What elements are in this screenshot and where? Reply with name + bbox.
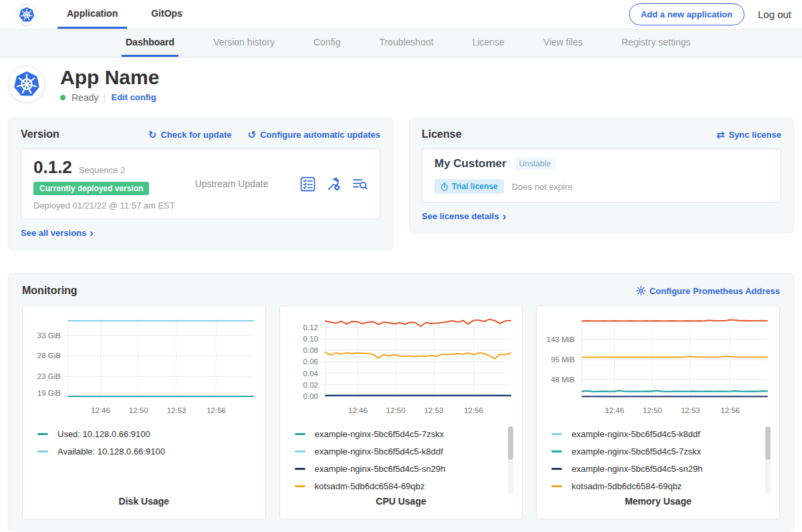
subnav-view-files[interactable]: View files xyxy=(539,29,587,57)
subnav-registry-settings[interactable]: Registry settings xyxy=(618,29,694,57)
legend-color-dash xyxy=(295,450,305,452)
legend-color-dash xyxy=(295,433,305,435)
disk-usage-legend: Used: 10.128.0.66:9100Available: 10.128.… xyxy=(29,421,259,493)
svg-text:143 MiB: 143 MiB xyxy=(547,336,575,344)
license-expiry: Does not expire xyxy=(512,182,573,192)
subnav-dashboard-label: Dashboard xyxy=(126,37,174,47)
license-details-panel: My Customer Unstable Trial license Does … xyxy=(422,148,781,203)
configure-automatic-updates-link[interactable]: ↺ Configure automatic updates xyxy=(248,130,380,140)
memory-usage-legend: example-nginx-5bc6f5d4c5-k8ddfexample-ng… xyxy=(543,421,773,493)
svg-text:33 GiB: 33 GiB xyxy=(37,331,61,340)
swap-arrows-icon: ⇄ xyxy=(716,130,725,140)
cpu-usage-plot: 0.120.100.080.060.040.020.0012:4612:5012… xyxy=(287,311,516,421)
legend-item: example-nginx-5bc6f5d4c5-7zskx xyxy=(551,446,773,456)
configure-prometheus-link[interactable]: Configure Prometheus Address xyxy=(636,286,780,296)
preflight-checks-icon[interactable] xyxy=(300,176,315,192)
subnav-license[interactable]: License xyxy=(469,29,509,57)
svg-text:12:53: 12:53 xyxy=(681,406,700,414)
edit-config-link[interactable]: Edit config xyxy=(111,92,156,102)
svg-text:19 GiB: 19 GiB xyxy=(37,389,61,397)
add-new-application-button[interactable]: Add a new application xyxy=(629,3,745,25)
cpu-usage-legend: example-nginx-5bc6f5d4c5-7zskxexample-ng… xyxy=(287,421,516,493)
app-sub-nav: Dashboard Version history Config Trouble… xyxy=(0,29,802,57)
deployed-version-badge: Currently deployed version xyxy=(33,182,149,195)
svg-text:12:50: 12:50 xyxy=(386,406,406,414)
disk-usage-chart-card: 33 GiB28 GiB23 GiB19 GiB12:4612:5012:531… xyxy=(22,305,266,519)
kubernetes-logo-badge xyxy=(16,4,37,25)
legend-color-dash xyxy=(37,450,48,452)
auto-update-icon: ↺ xyxy=(248,130,257,140)
version-number: 0.1.2 xyxy=(33,157,72,178)
svg-text:12:56: 12:56 xyxy=(721,406,741,414)
configure-prometheus-label: Configure Prometheus Address xyxy=(650,286,780,296)
tab-gitops[interactable]: GitOps xyxy=(142,0,192,29)
see-all-versions-label: See all versions xyxy=(21,228,86,238)
see-license-details-label: See license details xyxy=(422,211,499,221)
stopwatch-icon xyxy=(440,182,448,191)
legend-label: kotsadm-5db6dc6584-69qbz xyxy=(315,481,425,491)
legend-item: example-nginx-5bc6f5d4c5-sn29h xyxy=(551,464,773,474)
svg-text:0.12: 0.12 xyxy=(303,323,317,331)
summary-cards-row: Version ↻ Check for update ↺ Configure a… xyxy=(0,118,802,250)
app-name-title: App Name xyxy=(60,66,159,88)
app-status-text: Ready xyxy=(72,92,98,103)
legend-label: example-nginx-5bc6f5d4c5-7zskx xyxy=(571,446,701,456)
app-header: App Name Ready Edit config xyxy=(0,57,802,112)
subnav-troubleshoot-label: Troubleshoot xyxy=(379,37,433,47)
legend-item: example-nginx-5bc6f5d4c5-k8ddf xyxy=(295,446,516,456)
sync-license-link[interactable]: ⇄ Sync license xyxy=(716,130,781,140)
tab-application[interactable]: Application xyxy=(57,0,127,29)
chevron-right-icon: › xyxy=(503,213,507,220)
subnav-config-label: Config xyxy=(313,37,340,47)
svg-text:12:56: 12:56 xyxy=(207,406,226,414)
subnav-registry-settings-label: Registry settings xyxy=(622,37,690,47)
logout-link[interactable]: Log out xyxy=(758,9,791,20)
subnav-version-history[interactable]: Version history xyxy=(209,29,279,57)
top-nav: Application GitOps Add a new application… xyxy=(0,0,802,29)
svg-text:0.04: 0.04 xyxy=(303,370,318,378)
legend-color-dash xyxy=(551,468,562,470)
subnav-dashboard[interactable]: Dashboard xyxy=(122,29,178,57)
monitoring-panel: Monitoring Configure Prometheus Address … xyxy=(8,273,794,531)
license-card: License ⇄ Sync license My Customer Unsta… xyxy=(409,118,794,233)
legend-label: kotsadm-5db6dc6584-69qbz xyxy=(571,481,682,491)
customer-name: My Customer xyxy=(434,157,507,170)
svg-text:12:46: 12:46 xyxy=(605,406,624,414)
legend-item: kotsadm-5db6dc6584-69qbz xyxy=(295,481,516,491)
charts-row: 33 GiB28 GiB23 GiB19 GiB12:4612:5012:531… xyxy=(22,305,780,519)
svg-text:12:50: 12:50 xyxy=(643,406,662,414)
disk-usage-title: Disk Usage xyxy=(29,493,259,513)
scrollbar-thumb[interactable] xyxy=(765,426,771,460)
svg-text:12:46: 12:46 xyxy=(91,406,110,414)
svg-text:12:50: 12:50 xyxy=(129,406,148,414)
subnav-view-files-label: View files xyxy=(543,37,583,47)
svg-text:12:53: 12:53 xyxy=(167,406,186,414)
svg-text:0.10: 0.10 xyxy=(303,335,317,343)
divider xyxy=(104,93,105,102)
subnav-troubleshoot[interactable]: Troubleshoot xyxy=(375,29,437,57)
scrollbar-thumb[interactable] xyxy=(508,426,513,460)
license-card-title: License xyxy=(422,128,462,140)
subnav-config[interactable]: Config xyxy=(309,29,344,57)
chevron-right-icon: › xyxy=(90,230,94,237)
svg-text:0.06: 0.06 xyxy=(303,358,317,366)
top-nav-right: Add a new application Log out xyxy=(629,0,791,29)
legend-color-dash xyxy=(551,485,562,487)
legend-label: Available: 10.128.0.66:9100 xyxy=(57,446,165,456)
legend-scrollbar[interactable] xyxy=(765,426,771,493)
see-license-details-link[interactable]: See license details › xyxy=(422,211,506,221)
check-for-update-link[interactable]: ↻ Check for update xyxy=(148,130,232,140)
see-all-versions-link[interactable]: See all versions › xyxy=(21,228,94,238)
svg-text:0.02: 0.02 xyxy=(303,381,317,389)
config-wrench-icon[interactable] xyxy=(326,176,342,192)
tab-application-label: Application xyxy=(67,8,118,19)
legend-label: example-nginx-5bc6f5d4c5-sn29h xyxy=(315,464,446,474)
app-status-row: Ready Edit config xyxy=(60,92,159,103)
legend-scrollbar[interactable] xyxy=(508,426,513,493)
deploy-logs-icon[interactable] xyxy=(352,176,368,192)
version-sequence: Sequence 2 xyxy=(79,165,125,175)
refresh-icon: ↻ xyxy=(148,130,157,140)
current-version-panel: 0.1.2 Sequence 2 Currently deployed vers… xyxy=(21,148,380,219)
disk-usage-plot: 33 GiB28 GiB23 GiB19 GiB12:4612:5012:531… xyxy=(29,311,259,421)
legend-item: Available: 10.128.0.66:9100 xyxy=(37,446,259,456)
